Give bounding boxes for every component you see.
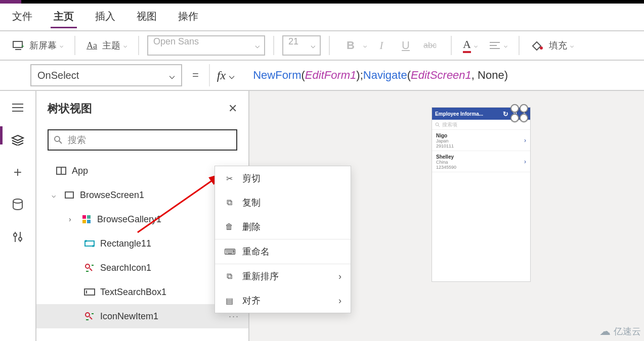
chevron-right-icon: › [338,296,341,306]
menu-item-label: 对齐 [242,295,261,307]
ribbon-toolbar: + 新屏幕 ⌵ Aa 主题 ⌵ Open Sans 21 B⌵ I U abc … [0,30,644,61]
rectangle-icon [84,238,95,249]
svg-point-22 [85,240,87,242]
record-number: 12345590 [436,165,526,170]
font-select[interactable]: Open Sans [147,35,265,56]
tree-item-label: BrowseGallery1 [97,214,161,225]
tree-item-label: App [72,166,88,176]
theme-button[interactable]: Aa 主题 ⌵ [83,39,130,52]
font-select-value: Open Sans [153,36,199,46]
align-icon: ▤ [224,296,234,306]
fill-label: 填充 [549,39,567,52]
fx-button[interactable]: fx ⌵ [209,64,242,86]
selection-handle[interactable] [520,114,528,122]
svg-rect-16 [65,192,73,198]
menubar: 文件 主页 插入 视图 操作 [0,4,644,30]
control-icon [84,262,95,273]
align-button[interactable]: ⌵ [486,41,510,50]
align-icon [489,41,501,50]
menu-item-label: 删除 [242,221,261,233]
new-screen-button[interactable]: + 新屏幕 ⌵ [9,39,66,52]
context-menu: ✂剪切 ⧉复制 🗑删除 ⌨重命名 ⧉重新排序› ▤对齐› [214,166,351,313]
font-size-value: 21 [288,36,298,46]
record-country: China [436,160,526,165]
menu-copy[interactable]: ⧉复制 [215,190,351,215]
menu-item-label: 重命名 [242,246,270,258]
rename-icon: ⌨ [224,247,234,257]
selection-handle[interactable] [520,104,528,113]
layers-icon [11,134,24,145]
menu-insert[interactable]: 插入 [92,6,118,28]
bold-button[interactable]: B [341,39,360,52]
preview-title: Employee Informa... [435,111,500,117]
svg-point-11 [19,237,22,240]
selection-handle[interactable] [510,104,519,113]
expander-icon[interactable]: › [69,215,76,223]
separator [519,36,520,55]
theme-label: 主题 [102,39,120,52]
strikethrough-button[interactable]: abc [420,41,440,50]
record-name: Nigo [436,133,526,138]
phone-preview[interactable]: Employee Informa... ↻ ⇅ + 搜索项 Nigo Japan… [432,108,530,281]
menu-cut[interactable]: ✂剪切 [215,166,351,190]
menu-rename[interactable]: ⌨重命名 [215,239,351,264]
menu-align[interactable]: ▤对齐› [215,288,351,313]
svg-rect-19 [82,220,86,223]
rail-active-indicator [0,126,3,144]
hamburger-icon [12,107,23,108]
svg-rect-20 [87,220,91,223]
selection-handle[interactable] [510,114,519,122]
svg-point-27 [85,313,90,317]
chevron-down-icon: ⌵ [123,42,127,49]
preview-record[interactable]: Shelley China 12345590 › [432,151,530,172]
expander-icon[interactable]: ⌵ [52,191,59,199]
cut-icon: ✂ [224,174,234,183]
svg-point-6 [540,46,543,50]
close-panel-button[interactable]: ✕ [228,102,237,115]
separator [74,36,75,55]
tree-item-label: BrowseScreen1 [80,190,144,201]
menu-delete[interactable]: 🗑删除 [215,215,351,239]
menu-action[interactable]: 操作 [175,6,201,28]
record-name: Shelley [436,154,526,160]
chevron-down-icon: ⌵ [169,69,175,81]
sliders-icon [12,231,23,243]
svg-line-29 [438,125,440,127]
rail-hamburger[interactable] [10,100,25,115]
underline-button[interactable]: U [396,39,415,52]
chevron-down-icon: ⌵ [474,42,478,49]
font-color-icon: A [463,38,471,53]
menu-home[interactable]: 主页 [51,6,77,28]
preview-record[interactable]: Nigo Japan 2910111 › [432,130,530,151]
rail-data[interactable] [10,197,25,212]
refresh-icon[interactable]: ↻ [502,110,509,118]
trash-icon: 🗑 [224,222,234,231]
menu-file[interactable]: 文件 [9,6,35,28]
reorder-icon: ⧉ [224,272,234,281]
chevron-down-icon: ⌵ [570,42,574,49]
rail-advanced[interactable] [10,229,25,245]
preview-search-placeholder: 搜索项 [442,121,457,128]
menu-view[interactable]: 视图 [134,6,160,28]
italic-button[interactable]: I [372,39,391,52]
tree-search-input[interactable] [68,135,231,145]
svg-rect-18 [87,215,91,219]
formula-input[interactable]: NewForm(EditForm1);Navigate(EditScreen1,… [249,69,508,82]
svg-point-23 [92,245,94,247]
record-country: Japan [436,138,526,143]
fill-button[interactable]: 填充 ⌵ [528,39,577,52]
tree-search[interactable] [48,129,237,151]
font-color-button[interactable]: A ⌵ [460,38,481,53]
copy-icon: ⧉ [224,198,234,207]
font-size-select[interactable]: 21 [282,35,321,56]
control-icon [84,311,95,322]
titlebar [0,0,644,4]
theme-icon: Aa [87,40,97,51]
separator [273,36,274,55]
watermark: ☁ 亿速云 [599,325,641,338]
rail-insert[interactable]: + [10,165,25,180]
property-select[interactable]: OnSelect ⌵ [30,64,182,86]
rail-tree-view[interactable] [10,132,25,148]
menu-reorder[interactable]: ⧉重新排序› [215,264,351,288]
separator [451,36,452,55]
